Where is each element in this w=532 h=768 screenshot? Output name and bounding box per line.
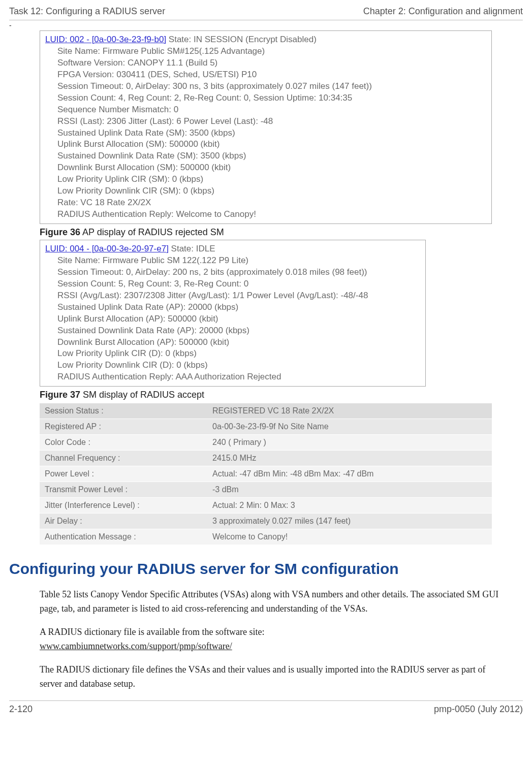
session-line: Low Priority Uplink CIR (SM): 0 (kbps) xyxy=(57,174,486,185)
session-line: Sustained Downlink Data Rate (SM): 3500 … xyxy=(57,150,486,162)
page-footer: 2-120 pmp-0050 (July 2012) xyxy=(9,701,523,715)
table-row: Power Level :Actual: -47 dBm Min: -48 dB… xyxy=(40,466,492,482)
row-value: Welcome to Canopy! xyxy=(207,529,492,545)
session-line: Sustained Uplink Data Rate (AP): 20000 (… xyxy=(57,302,420,313)
session-line: Site Name: Firmware Public SM 122(.122 P… xyxy=(57,255,420,267)
session-line: RADIUS Authentication Reply: Welcome to … xyxy=(57,209,486,220)
header-right: Chapter 2: Configuration and alignment xyxy=(363,6,523,17)
header-rule xyxy=(9,20,523,20)
session-line: Sustained Downlink Data Rate (AP): 20000… xyxy=(57,325,420,337)
session-line: Software Version: CANOPY 11.1 (Build 5) xyxy=(57,57,486,69)
session-line: Low Priority Uplink CIR (D): 0 (kbps) xyxy=(57,348,420,360)
session-line: Downlink Burst Allocation (AP): 500000 (… xyxy=(57,337,420,348)
sm-status-table: Session Status :REGISTERED VC 18 Rate 2X… xyxy=(40,403,492,545)
screenshot-ap-session: LUID: 002 - [0a-00-3e-23-f9-b0] State: I… xyxy=(40,30,492,224)
row-label: Registered AP : xyxy=(40,419,207,435)
state-text: State: IN SESSION (Encrypt Disabled) xyxy=(166,35,317,44)
figure-37-desc: SM display of RADIUS accept xyxy=(80,390,204,400)
session-line: RSSI (Avg/Last): 2307/2308 Jitter (Avg/L… xyxy=(57,290,420,302)
row-value: REGISTERED VC 18 Rate 2X/2X xyxy=(207,403,492,419)
row-value: -3 dBm xyxy=(207,482,492,498)
session-line: FPGA Version: 030411 (DES, Sched, US/ETS… xyxy=(57,69,486,81)
session-line: RADIUS Authentication Reply: AAA Authori… xyxy=(57,371,420,383)
luid-line: LUID: 004 - [0a-00-3e-20-97-e7] State: I… xyxy=(45,243,420,255)
dictionary-text: A RADIUS dictionary file is available fr… xyxy=(40,627,264,637)
figure-37-label: Figure 37 xyxy=(40,390,80,400)
paragraph-vsa-defines: The RADIUS dictionary file defines the V… xyxy=(40,663,507,691)
row-label: Color Code : xyxy=(40,435,207,451)
session-line: Sequence Number Mismatch: 0 xyxy=(57,104,486,116)
luid-link[interactable]: LUID: 002 - [0a-00-3e-23-f9-b0] xyxy=(45,35,166,44)
session-line: Downlink Burst Allocation (SM): 500000 (… xyxy=(57,162,486,174)
software-link[interactable]: www.cambiumnetworks.com/support/pmp/soft… xyxy=(40,641,232,651)
figure-37-caption: Figure 37 SM display of RADIUS accept xyxy=(40,390,507,400)
row-label: Jitter (Interference Level) : xyxy=(40,498,207,514)
session-line: Uplink Burst Allocation (SM): 500000 (kb… xyxy=(57,139,486,150)
row-label: Authentication Message : xyxy=(40,529,207,545)
session-line: Rate: VC 18 Rate 2X/2X xyxy=(57,197,486,209)
row-label: Session Status : xyxy=(40,403,207,419)
session-line: Sustained Uplink Data Rate (SM): 3500 (k… xyxy=(57,127,486,139)
table-row: Jitter (Interference Level) :Actual: 2 M… xyxy=(40,498,492,514)
session-line: Session Timeout: 0, AirDelay: 200 ns, 2 … xyxy=(57,267,420,278)
row-value: 0a-00-3e-23-f9-9f No Site Name xyxy=(207,419,492,435)
table-row: Air Delay :3 approximately 0.027 miles (… xyxy=(40,514,492,529)
table-row: Authentication Message :Welcome to Canop… xyxy=(40,529,492,545)
figure-36-label: Figure 36 xyxy=(40,227,80,237)
page-number: 2-120 xyxy=(9,704,33,715)
session-line: RSSI (Last): 2306 Jitter (Last): 6 Power… xyxy=(57,116,486,127)
table-row: Session Status :REGISTERED VC 18 Rate 2X… xyxy=(40,403,492,419)
table-row: Channel Frequency :2415.0 MHz xyxy=(40,451,492,466)
header-left: Task 12: Configuring a RADIUS server xyxy=(9,6,165,17)
page-header: Task 12: Configuring a RADIUS server Cha… xyxy=(9,6,523,17)
row-value: 240 ( Primary ) xyxy=(207,435,492,451)
row-label: Power Level : xyxy=(40,466,207,482)
row-value: Actual: 2 Min: 0 Max: 3 xyxy=(207,498,492,514)
row-label: Transmit Power Level : xyxy=(40,482,207,498)
dash-mark: - xyxy=(9,21,523,29)
screenshot-ap-rejected: LUID: 004 - [0a-00-3e-20-97-e7] State: I… xyxy=(40,240,426,387)
doc-id: pmp-0050 (July 2012) xyxy=(434,704,523,715)
row-value: 2415.0 MHz xyxy=(207,451,492,466)
paragraph-vsa-intro: Table 52 lists Canopy Vendor Specific At… xyxy=(40,588,507,616)
row-value: 3 approximately 0.027 miles (147 feet) xyxy=(207,514,492,529)
figure-36-caption: Figure 36 AP display of RADIUS rejected … xyxy=(40,227,507,238)
session-line: Session Timeout: 0, AirDelay: 300 ns, 3 … xyxy=(57,81,486,92)
luid-link[interactable]: LUID: 004 - [0a-00-3e-20-97-e7] xyxy=(45,244,169,253)
figure-36-desc: AP display of RADIUS rejected SM xyxy=(80,227,224,237)
luid-line: LUID: 002 - [0a-00-3e-23-f9-b0] State: I… xyxy=(45,34,486,46)
session-details: Site Name: Firmware Public SM#125(.125 A… xyxy=(45,46,486,220)
row-label: Air Delay : xyxy=(40,514,207,529)
session-line: Site Name: Firmware Public SM#125(.125 A… xyxy=(57,46,486,57)
paragraph-dictionary: A RADIUS dictionary file is available fr… xyxy=(40,625,507,654)
section-heading: Configuring your RADIUS server for SM co… xyxy=(9,560,507,578)
row-value: Actual: -47 dBm Min: -48 dBm Max: -47 dB… xyxy=(207,466,492,482)
session-line: Low Priority Downlink CIR (D): 0 (kbps) xyxy=(57,360,420,371)
session-line: Uplink Burst Allocation (AP): 500000 (kb… xyxy=(57,313,420,325)
state-text: State: IDLE xyxy=(169,244,215,253)
session-line: Session Count: 5, Reg Count: 3, Re-Reg C… xyxy=(57,278,420,290)
table-row: Color Code :240 ( Primary ) xyxy=(40,435,492,451)
session-line: Session Count: 4, Reg Count: 2, Re-Reg C… xyxy=(57,92,486,104)
table-row: Registered AP :0a-00-3e-23-f9-9f No Site… xyxy=(40,419,492,435)
session-details: Site Name: Firmware Public SM 122(.122 P… xyxy=(45,255,420,383)
row-label: Channel Frequency : xyxy=(40,451,207,466)
table-row: Transmit Power Level :-3 dBm xyxy=(40,482,492,498)
main-content: LUID: 002 - [0a-00-3e-23-f9-b0] State: I… xyxy=(9,30,523,691)
session-line: Low Priority Downlink CIR (SM): 0 (kbps) xyxy=(57,185,486,197)
